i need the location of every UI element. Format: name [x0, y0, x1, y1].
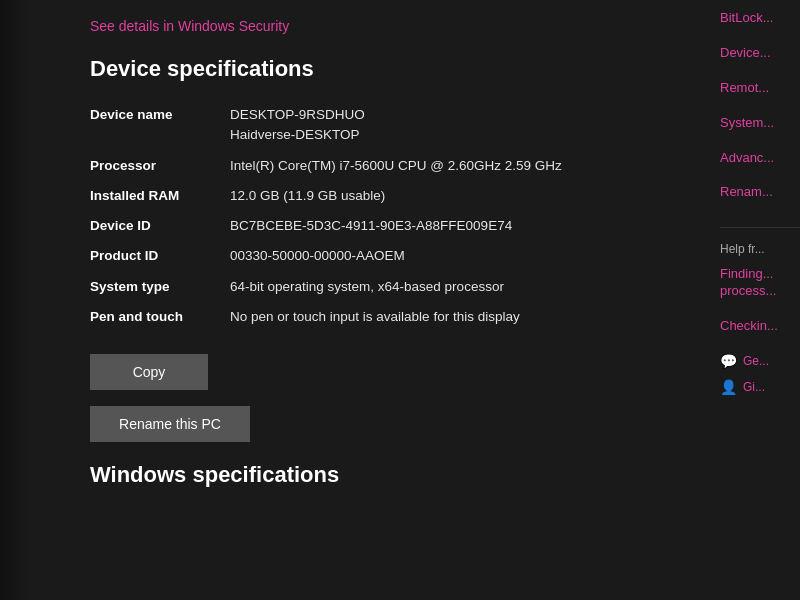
help-link-finding[interactable]: Finding...process...	[720, 266, 800, 300]
sidebar-divider	[720, 227, 800, 228]
help-label: Help fr...	[720, 242, 800, 256]
spec-label: Device name	[90, 100, 230, 151]
sidebar-link-device[interactable]: Device...	[720, 45, 800, 62]
device-specs-title: Device specifications	[90, 56, 690, 82]
table-row: Product ID00330-50000-00000-AAOEM	[90, 241, 690, 271]
spec-value: Intel(R) Core(TM) i7-5600U CPU @ 2.60GHz…	[230, 151, 690, 181]
get-icon: 💬	[720, 353, 737, 369]
right-sidebar: BitLock...Device...Remot...System...Adva…	[720, 0, 800, 600]
spec-label: System type	[90, 272, 230, 302]
spec-value: 64-bit operating system, x64-based proce…	[230, 272, 690, 302]
table-row: Device nameDESKTOP-9RSDHUOHaidverse-DESK…	[90, 100, 690, 151]
sidebar-link-rename[interactable]: Renam...	[720, 184, 800, 201]
give-label: Gi...	[743, 380, 765, 394]
spec-label: Device ID	[90, 211, 230, 241]
sidebar-link-system[interactable]: System...	[720, 115, 800, 132]
sidebar-link-bitlocker[interactable]: BitLock...	[720, 10, 800, 27]
help-link-checking[interactable]: Checkin...	[720, 318, 800, 335]
see-details-link[interactable]: See details in Windows Security	[90, 18, 690, 34]
spec-value: DESKTOP-9RSDHUOHaidverse-DESKTOP	[230, 100, 690, 151]
main-content: See details in Windows Security Device s…	[30, 0, 720, 600]
spec-label: Installed RAM	[90, 181, 230, 211]
table-row: Pen and touchNo pen or touch input is av…	[90, 302, 690, 332]
sidebar-link-remote[interactable]: Remot...	[720, 80, 800, 97]
spec-table: Device nameDESKTOP-9RSDHUOHaidverse-DESK…	[90, 100, 690, 332]
spec-label: Processor	[90, 151, 230, 181]
table-row: ProcessorIntel(R) Core(TM) i7-5600U CPU …	[90, 151, 690, 181]
give-icon: 👤	[720, 379, 737, 395]
sidebar-link-advanced[interactable]: Advanc...	[720, 150, 800, 167]
left-edge	[0, 0, 30, 600]
table-row: System type64-bit operating system, x64-…	[90, 272, 690, 302]
table-row: Device IDBC7BCEBE-5D3C-4911-90E3-A88FFE0…	[90, 211, 690, 241]
spec-label: Product ID	[90, 241, 230, 271]
copy-button[interactable]: Copy	[90, 354, 208, 390]
rename-pc-button[interactable]: Rename this PC	[90, 406, 250, 442]
spec-value: 00330-50000-00000-AAOEM	[230, 241, 690, 271]
windows-specs-title: Windows specifications	[90, 462, 690, 488]
sidebar-icon-row-give[interactable]: 👤Gi...	[720, 379, 800, 395]
spec-value: No pen or touch input is available for t…	[230, 302, 690, 332]
table-row: Installed RAM12.0 GB (11.9 GB usable)	[90, 181, 690, 211]
get-label: Ge...	[743, 354, 769, 368]
spec-value: BC7BCEBE-5D3C-4911-90E3-A88FFE009E74	[230, 211, 690, 241]
sidebar-icon-row-get[interactable]: 💬Ge...	[720, 353, 800, 369]
spec-label: Pen and touch	[90, 302, 230, 332]
spec-value: 12.0 GB (11.9 GB usable)	[230, 181, 690, 211]
